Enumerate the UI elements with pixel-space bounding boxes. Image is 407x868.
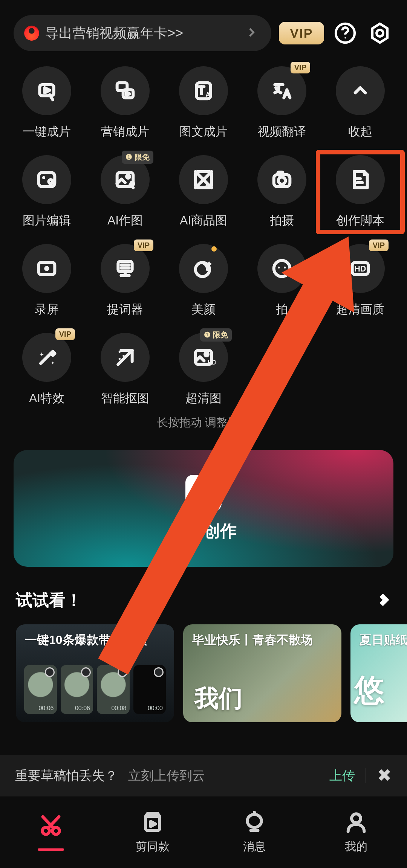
one_click-icon bbox=[22, 66, 71, 115]
upload-button[interactable]: 上传 bbox=[329, 767, 355, 784]
try-more-icon[interactable] bbox=[375, 592, 391, 609]
tool-ai_product[interactable]: AI AI商品图 bbox=[164, 155, 243, 229]
nav-cut[interactable] bbox=[0, 796, 102, 868]
tool-screen_rec[interactable]: 录屏 bbox=[8, 244, 86, 318]
plus-icon bbox=[185, 475, 222, 511]
svg-point-41 bbox=[119, 351, 121, 353]
svg-text:AI: AI bbox=[205, 91, 212, 98]
tool-label: 录屏 bbox=[35, 301, 59, 318]
nav-profile[interactable]: 我的 bbox=[305, 796, 407, 868]
tool-one_click[interactable]: 一键成片 bbox=[8, 66, 86, 140]
promo-banner[interactable]: 导出营销视频赢年卡>> bbox=[14, 15, 271, 51]
tool-label: 美颜 bbox=[191, 301, 216, 318]
tool-matting[interactable]: 智能抠图 bbox=[86, 333, 164, 407]
tool-hd_img[interactable]: ❶ 限免 HD 超清图 bbox=[164, 333, 243, 407]
nav-template[interactable]: 剪同款 bbox=[102, 796, 204, 868]
photo_edit-icon bbox=[22, 155, 71, 204]
svg-point-18 bbox=[127, 175, 130, 178]
tool-label: 图文成片 bbox=[179, 124, 228, 140]
tool-label: 创作脚本 bbox=[336, 212, 384, 229]
bottom-nav: 剪同款 消息 我的 bbox=[0, 796, 407, 868]
reorder-hint: 长按拖动 调整顺序 bbox=[0, 415, 407, 430]
close-icon[interactable] bbox=[377, 767, 392, 784]
svg-point-1 bbox=[344, 37, 346, 39]
tool-label: AI特效 bbox=[29, 390, 64, 407]
screen_rec-icon bbox=[22, 244, 71, 293]
svg-point-45 bbox=[205, 353, 208, 356]
vip-badge[interactable]: VIP bbox=[279, 22, 324, 44]
ai_draw-icon: ❶ 限免 bbox=[101, 155, 150, 204]
tool-translate[interactable]: VIP 视频翻译 bbox=[243, 66, 321, 140]
try-card-1[interactable]: 毕业快乐丨青春不散场我们 bbox=[183, 624, 341, 722]
tool-hd[interactable]: VIP HD 超清画质 bbox=[321, 244, 399, 318]
tool-ai_fx[interactable]: VIP AI特效 bbox=[8, 333, 86, 407]
svg-point-29 bbox=[44, 266, 49, 271]
chevron-right-icon bbox=[245, 26, 258, 40]
tool-label: AI作图 bbox=[107, 212, 143, 229]
tool-label: 拍 bbox=[276, 301, 288, 318]
draft-question: 重要草稿怕丢失？ bbox=[15, 767, 118, 784]
svg-text:AI: AI bbox=[205, 181, 211, 188]
tool-collapse[interactable]: 收起 bbox=[321, 66, 399, 140]
svg-text:HD: HD bbox=[355, 264, 366, 273]
try-card-2[interactable]: 夏日贴纸悠 bbox=[350, 624, 407, 722]
teleprompt-icon: VIP bbox=[101, 244, 150, 293]
tool-label: 视频翻译 bbox=[258, 124, 306, 140]
tool-beauty[interactable]: 美颜 bbox=[164, 244, 243, 318]
svg-point-43 bbox=[119, 358, 121, 360]
tool-marketing[interactable]: 营销成片 bbox=[86, 66, 164, 140]
svg-point-37 bbox=[278, 267, 280, 268]
tool-label: 拍摄 bbox=[270, 212, 294, 229]
svg-marker-8 bbox=[127, 92, 130, 95]
tool-label: AI商品图 bbox=[180, 212, 227, 229]
start-creating-panel[interactable]: 开始创作 bbox=[14, 450, 393, 567]
svg-point-58 bbox=[352, 814, 361, 823]
ai_product-icon: AI bbox=[179, 155, 228, 204]
translate-icon: VIP bbox=[257, 66, 306, 115]
ai_fx-icon: VIP bbox=[22, 333, 71, 382]
try-card-0[interactable]: 一键10条爆款带货视频00:0600:0600:0800:00 bbox=[16, 624, 174, 722]
tool-photo_edit[interactable]: 图片编辑 bbox=[8, 155, 86, 229]
svg-marker-2 bbox=[372, 24, 387, 43]
tool-script[interactable]: 创作脚本 bbox=[321, 155, 399, 229]
svg-marker-56 bbox=[151, 821, 156, 826]
settings-icon[interactable] bbox=[366, 20, 393, 47]
try-title: 试试看！ bbox=[16, 589, 82, 612]
tool-label: 图片编辑 bbox=[23, 212, 71, 229]
draft-action-text: 立刻上传到云 bbox=[128, 767, 205, 784]
tool-label: 提词器 bbox=[107, 301, 143, 318]
tool-text_img[interactable]: AI 图文成片 bbox=[164, 66, 243, 140]
tool-label: 营销成片 bbox=[101, 124, 149, 140]
tool-label: 超清画质 bbox=[336, 301, 384, 318]
svg-point-38 bbox=[284, 267, 286, 268]
snap-icon bbox=[257, 244, 306, 293]
marketing-icon bbox=[101, 66, 150, 115]
beauty-icon bbox=[179, 244, 228, 293]
tool-snap[interactable]: 拍 bbox=[243, 244, 321, 318]
matting-icon bbox=[101, 333, 150, 382]
tool-label: 收起 bbox=[348, 124, 372, 140]
banner-text: 导出营销视频赢年卡>> bbox=[45, 24, 239, 43]
tool-teleprompt[interactable]: VIP 提词器 bbox=[86, 244, 164, 318]
draft-upload-bar: 重要草稿怕丢失？ 立刻上传到云 上传 bbox=[0, 755, 407, 796]
tool-ai_draw[interactable]: ❶ 限免 AI作图 bbox=[86, 155, 164, 229]
shoot-icon bbox=[257, 155, 306, 204]
svg-text:HD: HD bbox=[208, 359, 216, 366]
tool-shoot[interactable]: 拍摄 bbox=[243, 155, 321, 229]
help-icon[interactable] bbox=[332, 20, 359, 47]
svg-point-3 bbox=[376, 30, 383, 37]
tool-label: 智能抠图 bbox=[101, 390, 149, 407]
svg-point-42 bbox=[122, 355, 124, 357]
svg-point-15 bbox=[42, 176, 45, 179]
text_img-icon: AI bbox=[179, 66, 228, 115]
fire-icon bbox=[24, 26, 39, 41]
script-icon bbox=[336, 155, 385, 204]
svg-point-16 bbox=[49, 180, 53, 184]
tool-label: 一键成片 bbox=[23, 124, 71, 140]
svg-rect-25 bbox=[278, 172, 283, 175]
hd_img-icon: ❶ 限免 HD bbox=[179, 333, 228, 382]
nav-messages[interactable]: 消息 bbox=[204, 796, 305, 868]
hd-icon: VIP HD bbox=[336, 244, 385, 293]
collapse-icon bbox=[336, 66, 385, 115]
svg-marker-5 bbox=[45, 88, 50, 93]
